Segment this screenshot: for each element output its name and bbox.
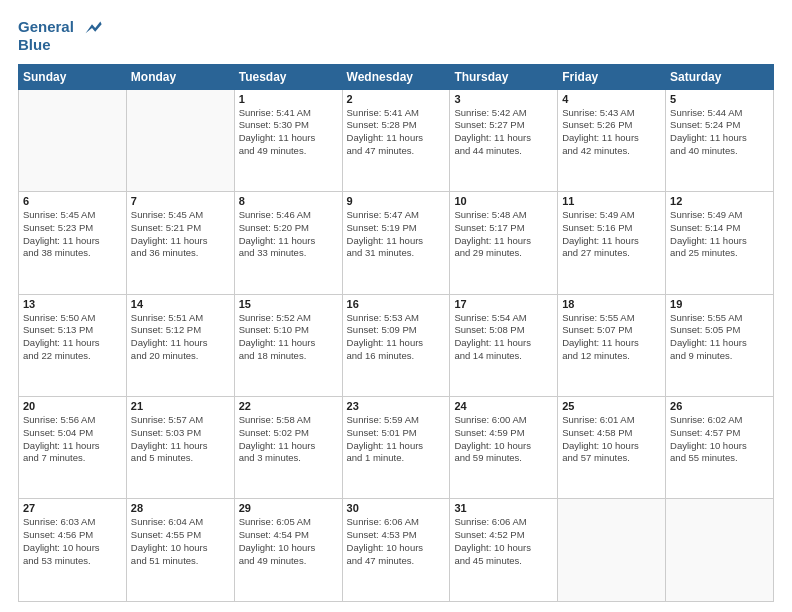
table-row: 26Sunrise: 6:02 AM Sunset: 4:57 PM Dayli…: [666, 396, 774, 498]
col-tuesday: Tuesday: [234, 64, 342, 89]
table-row: [558, 499, 666, 602]
table-row: 10Sunrise: 5:48 AM Sunset: 5:17 PM Dayli…: [450, 192, 558, 294]
table-row: 31Sunrise: 6:06 AM Sunset: 4:52 PM Dayli…: [450, 499, 558, 602]
day-number: 27: [23, 502, 122, 514]
day-detail: Sunrise: 6:02 AM Sunset: 4:57 PM Dayligh…: [670, 414, 769, 465]
table-row: 24Sunrise: 6:00 AM Sunset: 4:59 PM Dayli…: [450, 396, 558, 498]
day-detail: Sunrise: 5:59 AM Sunset: 5:01 PM Dayligh…: [347, 414, 446, 465]
logo: General Blue: [18, 18, 103, 54]
logo-bird-icon: [81, 19, 103, 37]
day-detail: Sunrise: 5:55 AM Sunset: 5:05 PM Dayligh…: [670, 312, 769, 363]
table-row: 8Sunrise: 5:46 AM Sunset: 5:20 PM Daylig…: [234, 192, 342, 294]
day-number: 3: [454, 93, 553, 105]
day-number: 10: [454, 195, 553, 207]
table-row: 16Sunrise: 5:53 AM Sunset: 5:09 PM Dayli…: [342, 294, 450, 396]
calendar-week-row: 20Sunrise: 5:56 AM Sunset: 5:04 PM Dayli…: [19, 396, 774, 498]
table-row: 28Sunrise: 6:04 AM Sunset: 4:55 PM Dayli…: [126, 499, 234, 602]
day-detail: Sunrise: 5:44 AM Sunset: 5:24 PM Dayligh…: [670, 107, 769, 158]
day-detail: Sunrise: 6:00 AM Sunset: 4:59 PM Dayligh…: [454, 414, 553, 465]
col-sunday: Sunday: [19, 64, 127, 89]
table-row: 7Sunrise: 5:45 AM Sunset: 5:21 PM Daylig…: [126, 192, 234, 294]
day-detail: Sunrise: 5:57 AM Sunset: 5:03 PM Dayligh…: [131, 414, 230, 465]
table-row: 17Sunrise: 5:54 AM Sunset: 5:08 PM Dayli…: [450, 294, 558, 396]
table-row: 25Sunrise: 6:01 AM Sunset: 4:58 PM Dayli…: [558, 396, 666, 498]
day-detail: Sunrise: 5:45 AM Sunset: 5:21 PM Dayligh…: [131, 209, 230, 260]
day-number: 1: [239, 93, 338, 105]
day-number: 21: [131, 400, 230, 412]
col-friday: Friday: [558, 64, 666, 89]
day-detail: Sunrise: 5:56 AM Sunset: 5:04 PM Dayligh…: [23, 414, 122, 465]
table-row: 2Sunrise: 5:41 AM Sunset: 5:28 PM Daylig…: [342, 89, 450, 191]
day-number: 2: [347, 93, 446, 105]
day-number: 18: [562, 298, 661, 310]
day-number: 8: [239, 195, 338, 207]
calendar-table: Sunday Monday Tuesday Wednesday Thursday…: [18, 64, 774, 602]
day-detail: Sunrise: 5:48 AM Sunset: 5:17 PM Dayligh…: [454, 209, 553, 260]
table-row: 12Sunrise: 5:49 AM Sunset: 5:14 PM Dayli…: [666, 192, 774, 294]
day-detail: Sunrise: 6:06 AM Sunset: 4:53 PM Dayligh…: [347, 516, 446, 567]
day-number: 28: [131, 502, 230, 514]
day-number: 19: [670, 298, 769, 310]
svg-marker-0: [86, 22, 102, 34]
day-detail: Sunrise: 5:41 AM Sunset: 5:28 PM Dayligh…: [347, 107, 446, 158]
day-detail: Sunrise: 5:55 AM Sunset: 5:07 PM Dayligh…: [562, 312, 661, 363]
day-detail: Sunrise: 6:04 AM Sunset: 4:55 PM Dayligh…: [131, 516, 230, 567]
table-row: [666, 499, 774, 602]
day-number: 30: [347, 502, 446, 514]
calendar-week-row: 27Sunrise: 6:03 AM Sunset: 4:56 PM Dayli…: [19, 499, 774, 602]
table-row: 23Sunrise: 5:59 AM Sunset: 5:01 PM Dayli…: [342, 396, 450, 498]
table-row: 4Sunrise: 5:43 AM Sunset: 5:26 PM Daylig…: [558, 89, 666, 191]
day-detail: Sunrise: 5:54 AM Sunset: 5:08 PM Dayligh…: [454, 312, 553, 363]
day-detail: Sunrise: 5:58 AM Sunset: 5:02 PM Dayligh…: [239, 414, 338, 465]
day-detail: Sunrise: 6:03 AM Sunset: 4:56 PM Dayligh…: [23, 516, 122, 567]
day-number: 5: [670, 93, 769, 105]
day-number: 13: [23, 298, 122, 310]
day-number: 17: [454, 298, 553, 310]
day-detail: Sunrise: 6:06 AM Sunset: 4:52 PM Dayligh…: [454, 516, 553, 567]
day-number: 4: [562, 93, 661, 105]
day-number: 23: [347, 400, 446, 412]
table-row: 6Sunrise: 5:45 AM Sunset: 5:23 PM Daylig…: [19, 192, 127, 294]
calendar-week-row: 6Sunrise: 5:45 AM Sunset: 5:23 PM Daylig…: [19, 192, 774, 294]
day-detail: Sunrise: 5:41 AM Sunset: 5:30 PM Dayligh…: [239, 107, 338, 158]
day-number: 9: [347, 195, 446, 207]
day-number: 25: [562, 400, 661, 412]
col-thursday: Thursday: [450, 64, 558, 89]
day-number: 14: [131, 298, 230, 310]
day-detail: Sunrise: 5:52 AM Sunset: 5:10 PM Dayligh…: [239, 312, 338, 363]
table-row: 15Sunrise: 5:52 AM Sunset: 5:10 PM Dayli…: [234, 294, 342, 396]
day-number: 7: [131, 195, 230, 207]
day-detail: Sunrise: 6:05 AM Sunset: 4:54 PM Dayligh…: [239, 516, 338, 567]
table-row: [19, 89, 127, 191]
day-number: 15: [239, 298, 338, 310]
day-detail: Sunrise: 5:47 AM Sunset: 5:19 PM Dayligh…: [347, 209, 446, 260]
calendar-week-row: 13Sunrise: 5:50 AM Sunset: 5:13 PM Dayli…: [19, 294, 774, 396]
day-number: 12: [670, 195, 769, 207]
calendar-page: General Blue Sunday Monday Tuesday Wedne…: [0, 0, 792, 612]
calendar-header-row: Sunday Monday Tuesday Wednesday Thursday…: [19, 64, 774, 89]
table-row: 30Sunrise: 6:06 AM Sunset: 4:53 PM Dayli…: [342, 499, 450, 602]
day-number: 22: [239, 400, 338, 412]
day-detail: Sunrise: 5:43 AM Sunset: 5:26 PM Dayligh…: [562, 107, 661, 158]
table-row: 21Sunrise: 5:57 AM Sunset: 5:03 PM Dayli…: [126, 396, 234, 498]
col-wednesday: Wednesday: [342, 64, 450, 89]
table-row: 19Sunrise: 5:55 AM Sunset: 5:05 PM Dayli…: [666, 294, 774, 396]
table-row: 29Sunrise: 6:05 AM Sunset: 4:54 PM Dayli…: [234, 499, 342, 602]
day-number: 20: [23, 400, 122, 412]
col-saturday: Saturday: [666, 64, 774, 89]
day-number: 29: [239, 502, 338, 514]
table-row: [126, 89, 234, 191]
table-row: 9Sunrise: 5:47 AM Sunset: 5:19 PM Daylig…: [342, 192, 450, 294]
table-row: 11Sunrise: 5:49 AM Sunset: 5:16 PM Dayli…: [558, 192, 666, 294]
day-detail: Sunrise: 5:46 AM Sunset: 5:20 PM Dayligh…: [239, 209, 338, 260]
col-monday: Monday: [126, 64, 234, 89]
table-row: 5Sunrise: 5:44 AM Sunset: 5:24 PM Daylig…: [666, 89, 774, 191]
day-number: 26: [670, 400, 769, 412]
day-number: 6: [23, 195, 122, 207]
table-row: 13Sunrise: 5:50 AM Sunset: 5:13 PM Dayli…: [19, 294, 127, 396]
day-detail: Sunrise: 5:51 AM Sunset: 5:12 PM Dayligh…: [131, 312, 230, 363]
day-detail: Sunrise: 5:49 AM Sunset: 5:16 PM Dayligh…: [562, 209, 661, 260]
table-row: 22Sunrise: 5:58 AM Sunset: 5:02 PM Dayli…: [234, 396, 342, 498]
table-row: 1Sunrise: 5:41 AM Sunset: 5:30 PM Daylig…: [234, 89, 342, 191]
day-detail: Sunrise: 6:01 AM Sunset: 4:58 PM Dayligh…: [562, 414, 661, 465]
